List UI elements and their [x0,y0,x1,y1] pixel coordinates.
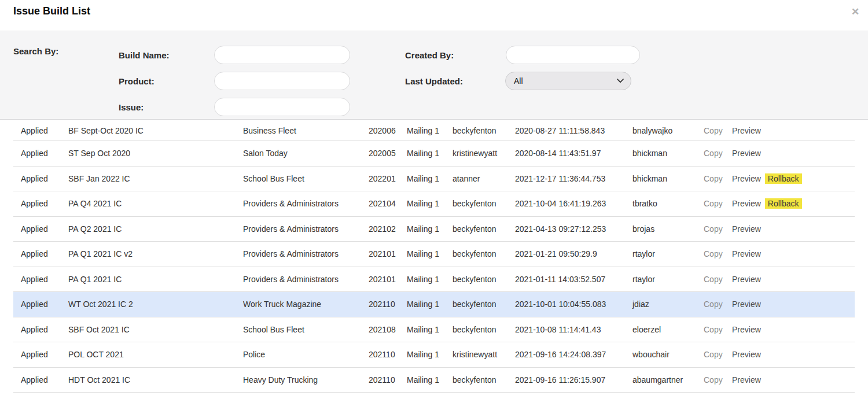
preview-link[interactable]: Preview [732,224,761,234]
last-updated-select[interactable]: All [505,72,631,90]
last-updated-cell: 2021-09-16 14:24:08.397 [515,350,606,359]
modal-header: Issue Build List ✕ [0,0,868,31]
status-cell: Applied [21,224,48,234]
table-row[interactable]: Applied PA Q4 2021 IC Providers & Admini… [13,191,855,217]
build-name-label: Build Name: [119,50,170,61]
product-cell: Providers & Administrators [243,275,339,284]
issue-cell: 202005 [369,149,396,158]
created-by-cell: beckyfenton [453,375,496,384]
created-by-cell: kristinewyatt [453,350,497,359]
issue-cell: 202110 [369,350,395,359]
issue-cell: 202102 [369,224,396,234]
actions-cell: Preview [732,350,761,359]
created-by-cell: atanner [453,174,480,183]
last-updated-cell: 2021-10-08 11:14:41.43 [515,325,601,334]
last-updated-cell: 2021-09-16 11:26:15.907 [515,375,605,384]
status-cell: Applied [21,199,48,208]
copy-link[interactable]: Copy [704,275,723,284]
updated-by-cell: bnalywajko [632,126,672,135]
copy-link[interactable]: Copy [704,249,723,258]
preview-link[interactable]: Preview [732,126,761,135]
last-updated-label: Last Updated: [405,76,463,87]
preview-link[interactable]: Preview [732,300,761,309]
preview-link[interactable]: Preview [732,199,761,208]
table-row[interactable]: Applied HDT Oct 2021 IC Heavy Duty Truck… [13,368,855,393]
copy-link[interactable]: Copy [704,149,723,158]
preview-link[interactable]: Preview [732,375,761,384]
issue-cell: 202108 [369,325,396,334]
product-cell: Providers & Administrators [243,249,339,258]
mailing-cell: Mailing 1 [407,174,439,183]
preview-link[interactable]: Preview [732,275,761,284]
issue-cell: 202201 [369,174,396,183]
issue-cell: 202110 [369,375,395,384]
copy-link[interactable]: Copy [704,126,723,135]
created-by-cell: beckyfenton [453,224,496,234]
mailing-cell: Mailing 1 [407,149,439,158]
search-by-label: Search By: [13,46,58,57]
status-cell: Applied [21,325,48,334]
build-name-cell: PA Q2 2021 IC [68,224,122,234]
actions-cell: Preview [732,224,761,234]
created-by-cell: beckyfenton [453,300,496,309]
updated-by-cell: jdiaz [632,300,649,309]
build-name-cell: POL OCT 2021 [68,350,124,359]
issue-cell: 202110 [369,300,395,309]
updated-by-cell: bhickman [632,174,667,183]
rollback-link[interactable]: Rollback [765,173,802,184]
last-updated-cell: 2021-01-11 14:03:52.507 [515,275,605,284]
build-name-cell: HDT Oct 2021 IC [68,375,130,384]
table-row[interactable]: Applied POL OCT 2021 Police 202110 Maili… [13,342,855,368]
updated-by-cell: bhickman [632,149,667,158]
product-input[interactable] [214,72,350,90]
table-row[interactable]: Applied BF Sept-Oct 2020 IC Business Fle… [13,120,855,141]
last-updated-cell: 2021-12-17 11:36:44.753 [515,174,605,183]
table-row[interactable]: Applied SBF Jan 2022 IC School Bus Fleet… [13,167,855,192]
table-row[interactable]: Applied WT Oct 2021 IC 2 Work Truck Maga… [13,292,855,317]
copy-link[interactable]: Copy [704,224,723,234]
build-name-input[interactable] [214,46,350,64]
actions-cell: Preview Rollback [732,173,802,184]
table-row[interactable]: Applied PA Q2 2021 IC Providers & Admini… [13,217,855,242]
created-by-cell: beckyfenton [453,325,496,334]
product-cell: School Bus Fleet [243,325,304,334]
issue-input[interactable] [214,98,350,116]
rollback-link[interactable]: Rollback [765,198,802,209]
table-row[interactable]: Applied ST Sep Oct 2020 Salon Today 2020… [13,141,855,167]
mailing-cell: Mailing 1 [407,275,439,284]
created-by-input[interactable] [506,46,640,64]
copy-link[interactable]: Copy [704,174,723,183]
preview-link[interactable]: Preview [732,249,761,258]
preview-link[interactable]: Preview [732,325,761,334]
copy-link[interactable]: Copy [704,375,723,384]
product-cell: Providers & Administrators [243,199,339,208]
product-cell: Business Fleet [243,126,296,135]
table-row[interactable]: Applied PA Q1 2021 IC v2 Providers & Adm… [13,242,855,267]
table-row[interactable]: Applied SBF Oct 2021 IC School Bus Fleet… [13,317,855,343]
preview-link[interactable]: Preview [732,174,761,183]
actions-cell: Preview [732,275,761,284]
product-cell: Work Truck Magazine [243,300,321,309]
product-label: Product: [119,76,155,87]
created-by-cell: beckyfenton [453,275,496,284]
close-icon[interactable]: ✕ [848,5,862,19]
mailing-cell: Mailing 1 [407,199,439,208]
preview-link[interactable]: Preview [732,350,761,359]
mailing-cell: Mailing 1 [407,350,439,359]
status-cell: Applied [21,126,48,135]
chevron-down-icon [617,79,624,83]
table-row[interactable]: Applied PA Q1 2021 IC Providers & Admini… [13,267,855,293]
copy-link[interactable]: Copy [704,350,723,359]
copy-link[interactable]: Copy [704,300,723,309]
product-cell: Providers & Administrators [243,224,339,234]
build-name-cell: PA Q4 2021 IC [68,199,122,208]
build-name-cell: PA Q1 2021 IC v2 [68,249,133,258]
copy-link[interactable]: Copy [704,325,723,334]
mailing-cell: Mailing 1 [407,375,439,384]
mailing-cell: Mailing 1 [407,224,439,234]
copy-link[interactable]: Copy [704,199,723,208]
preview-link[interactable]: Preview [732,149,761,158]
last-updated-selected-value: All [514,76,523,86]
actions-cell: Preview [732,325,761,334]
status-cell: Applied [21,174,48,183]
